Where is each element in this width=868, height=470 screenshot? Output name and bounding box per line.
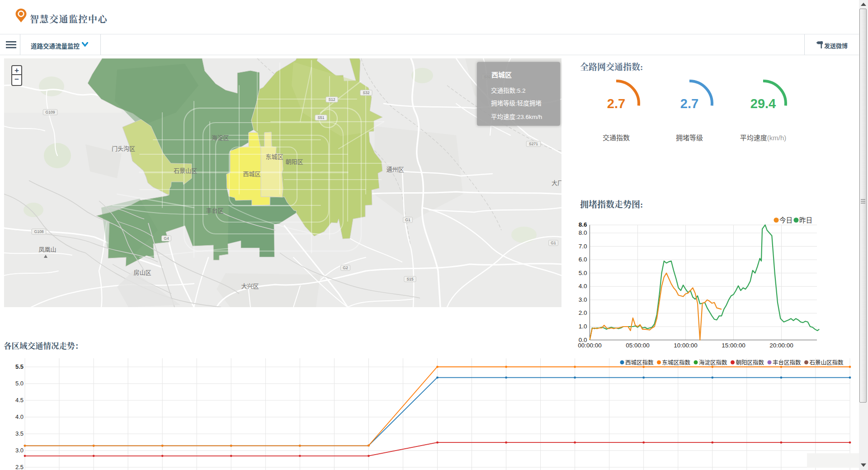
svg-text:石景山区: 石景山区 [174,167,197,174]
svg-text:大兴区: 大兴区 [241,283,259,290]
svg-text:石景山区指数: 石景山区指数 [810,359,844,366]
svg-text:6.0: 6.0 [579,256,587,263]
svg-text:昨日: 昨日 [799,217,812,224]
svg-text:3.0: 3.0 [579,296,587,303]
svg-text:8.6: 8.6 [579,221,587,228]
svg-text:丰台区指数: 丰台区指数 [773,359,801,366]
svg-text:05:00:00: 05:00:00 [626,342,650,349]
svg-text:丰台区: 丰台区 [206,207,223,214]
svg-text:今日: 今日 [779,217,793,224]
svg-text:拥堵等级: 拥堵等级 [676,134,703,142]
svg-text:东城区指数: 东城区指数 [662,359,691,366]
svg-text:1.0: 1.0 [579,323,587,330]
svg-text:5.0: 5.0 [15,380,24,387]
svg-text:大厂: 大厂 [552,180,561,186]
svg-text:西城区指数: 西城区指数 [625,359,654,366]
svg-text:房山区: 房山区 [133,269,151,276]
svg-text:5.5: 5.5 [15,363,24,370]
svg-text:G1: G1 [405,218,410,222]
svg-text:8.0: 8.0 [579,229,587,236]
svg-text:G109: G109 [46,110,55,114]
svg-text:交通指数: 交通指数 [603,134,630,142]
svg-text:S15: S15 [406,277,413,281]
svg-text:G108: G108 [34,229,44,234]
svg-text:G1: G1 [551,241,556,245]
svg-text:5.0: 5.0 [579,270,587,276]
svg-text:海淀区指数: 海淀区指数 [699,359,727,366]
svg-text:2.5: 2.5 [15,464,24,470]
svg-text:3.5: 3.5 [15,430,24,437]
svg-text:4.0: 4.0 [579,283,587,290]
svg-text:4.0: 4.0 [15,413,24,420]
svg-text:G4: G4 [164,236,169,241]
svg-text:7.0: 7.0 [579,243,587,250]
svg-text:S271: S271 [529,142,538,146]
svg-text:3.0: 3.0 [15,447,24,454]
svg-text:29.4: 29.4 [750,96,776,111]
svg-text:朝阳区: 朝阳区 [285,158,303,165]
svg-text:00:00:00: 00:00:00 [578,342,602,349]
svg-text:S12: S12 [328,97,335,102]
svg-text:海淀区: 海淀区 [211,134,229,141]
svg-text:朝阳区指数: 朝阳区指数 [736,359,764,366]
svg-text:10:00:00: 10:00:00 [674,342,698,349]
svg-text:4.5: 4.5 [15,397,24,404]
svg-text:东城区: 东城区 [265,153,283,160]
svg-text:15:00:00: 15:00:00 [722,342,745,349]
svg-text:2.0: 2.0 [579,309,587,316]
svg-text:S51: S51 [317,115,324,120]
svg-text:2.7: 2.7 [680,96,698,111]
svg-text:G2: G2 [343,266,348,270]
svg-text:20:00:00: 20:00:00 [769,342,793,349]
svg-text:门头沟区: 门头沟区 [112,145,135,152]
svg-text:2.7: 2.7 [607,96,625,111]
svg-text:平均速度(km/h): 平均速度(km/h) [740,134,787,142]
svg-text:西城区: 西城区 [243,171,260,177]
svg-text:凤凰山: 凤凰山 [38,246,56,253]
svg-text:通州区: 通州区 [386,166,404,173]
svg-text:S32: S32 [363,90,369,95]
